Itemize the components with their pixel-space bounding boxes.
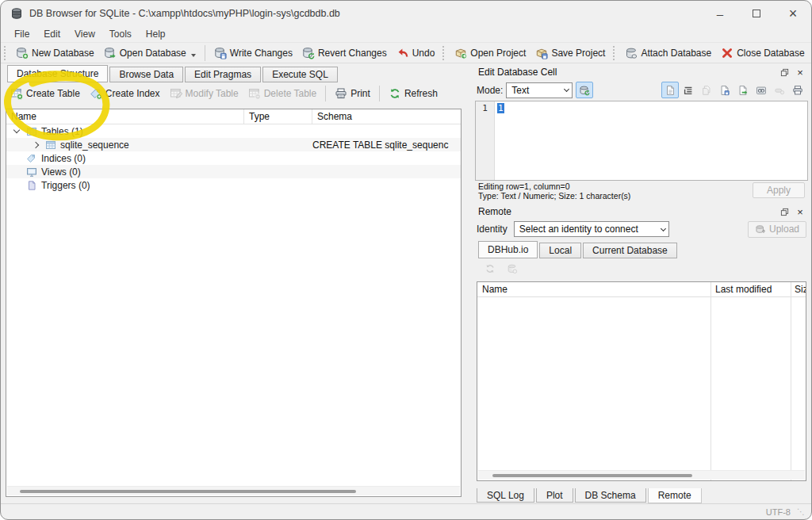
identity-label: Identity	[477, 224, 508, 235]
revert-changes-button[interactable]: Revert Changes	[297, 45, 392, 61]
identity-select[interactable]: Select an identity to connect	[514, 221, 669, 237]
float-panel-icon[interactable]	[779, 67, 790, 78]
tree-row-indices[interactable]: Indices (0)	[6, 151, 461, 165]
tree-row-views[interactable]: Views (0)	[6, 165, 461, 178]
word-wrap-icon	[683, 85, 694, 96]
menu-help[interactable]: Help	[139, 27, 173, 41]
tab-plot[interactable]: Plot	[536, 488, 573, 503]
status-bar: UTF-8 ⋱	[1, 503, 811, 519]
tab-current-database[interactable]: Current Database	[583, 243, 677, 258]
mode-select[interactable]: Text	[506, 82, 573, 98]
toolbar-grip[interactable]	[613, 46, 616, 60]
remote-table-horizontal-scrollbar[interactable]	[478, 470, 805, 480]
toolbar-grip[interactable]	[442, 46, 446, 60]
menu-edit[interactable]: Edit	[36, 27, 67, 41]
modify-table-button[interactable]: Modify Table	[165, 86, 243, 101]
close-button[interactable]: ×	[775, 1, 811, 26]
import-file-button[interactable]	[716, 82, 733, 98]
open-database-dropdown-caret	[191, 54, 196, 57]
tab-browse-data[interactable]: Browse Data	[109, 67, 183, 82]
remote-column-size[interactable]: Size	[790, 282, 806, 296]
remote-toolbar	[475, 258, 808, 279]
undo-button[interactable]: Undo	[392, 45, 440, 61]
menu-view[interactable]: View	[67, 27, 102, 41]
remote-dock-title[interactable]: Remote ×	[475, 205, 808, 219]
tree-label: Indices (0)	[41, 153, 86, 164]
auto-switch-mode-button[interactable]	[576, 82, 593, 98]
close-panel-icon[interactable]: ×	[795, 206, 806, 217]
remote-tab-bar: DBHub.io Local Current Database	[475, 243, 808, 258]
remote-column-modified[interactable]: Last modified	[710, 282, 790, 296]
open-external-button[interactable]	[698, 82, 715, 98]
edit-cell-dock-title[interactable]: Edit Database Cell ×	[475, 65, 808, 79]
tab-remote[interactable]: Remote	[648, 488, 702, 503]
apply-button[interactable]: Apply	[753, 182, 805, 198]
tree-column-name[interactable]: Name	[6, 109, 244, 124]
tab-dbhub[interactable]: DBHub.io	[478, 241, 538, 258]
remote-refresh-button[interactable]	[481, 261, 499, 277]
bottom-dock-tab-bar: SQL Log Plot DB Schema Remote	[477, 488, 703, 504]
open-project-button[interactable]: Open Project	[450, 45, 530, 61]
refresh-button[interactable]: Refresh	[384, 86, 442, 101]
tab-sql-log[interactable]: SQL Log	[477, 488, 534, 503]
print-cell-button[interactable]	[789, 82, 806, 98]
menu-file[interactable]: File	[7, 27, 36, 41]
tab-db-schema[interactable]: DB Schema	[575, 488, 646, 503]
export-file-button[interactable]	[734, 82, 752, 98]
delete-table-icon	[248, 87, 261, 100]
window-controls: – ×	[702, 1, 811, 26]
scrollbar-thumb[interactable]	[492, 474, 692, 477]
close-panel-icon[interactable]: ×	[795, 67, 806, 78]
tree-row-triggers[interactable]: Triggers (0)	[6, 178, 461, 192]
tree-horizontal-scrollbar[interactable]	[7, 486, 460, 495]
upload-button[interactable]: Upload	[748, 221, 806, 238]
document-icon	[665, 85, 676, 96]
tree-column-type[interactable]: Type	[244, 109, 312, 124]
create-table-button[interactable]: Create Table	[6, 86, 85, 101]
float-panel-icon[interactable]	[779, 206, 790, 217]
tree-row-tables[interactable]: Tables (1)	[6, 124, 461, 138]
tree-column-schema[interactable]: Schema	[312, 109, 461, 124]
menu-tools[interactable]: Tools	[102, 27, 139, 41]
toolbar-separator	[205, 45, 205, 61]
write-changes-button[interactable]: Write Changes	[209, 45, 297, 61]
tree-label: Tables (1)	[41, 126, 83, 137]
tree-label: Triggers (0)	[41, 180, 90, 191]
word-wrap-button[interactable]	[680, 82, 697, 98]
create-index-button[interactable]: Create Index	[85, 86, 165, 101]
close-database-button[interactable]: Close Database	[716, 45, 809, 61]
cell-editor[interactable]: 1 1	[475, 101, 808, 181]
clone-database-button[interactable]	[504, 261, 521, 277]
title-bar[interactable]: DB Browser for SQLite - C:\xampp\htdocs\…	[1, 1, 811, 26]
open-database-button[interactable]: Open Database	[99, 45, 201, 61]
tree-label: Views (0)	[41, 166, 81, 178]
resize-grip-icon[interactable]: ⋱	[797, 507, 805, 516]
collapse-chevron-icon[interactable]	[30, 143, 41, 147]
toolbar-grip[interactable]	[4, 46, 7, 60]
expand-chevron-icon[interactable]	[11, 130, 22, 132]
scrollbar-thumb[interactable]	[20, 490, 356, 493]
save-project-button[interactable]: Save Project	[530, 45, 610, 61]
tab-local[interactable]: Local	[539, 243, 581, 258]
link-button[interactable]	[753, 82, 770, 98]
attach-database-button[interactable]: Attach Database	[620, 45, 716, 61]
external-pages-icon	[701, 85, 712, 96]
minimize-button[interactable]: –	[702, 1, 738, 26]
import-file-icon	[719, 85, 730, 96]
remote-table-header: Name Last modified Size	[477, 282, 806, 297]
delete-table-button[interactable]: Delete Table	[243, 86, 322, 101]
print-button[interactable]: Print	[330, 86, 375, 101]
save-project-icon	[535, 47, 548, 59]
set-null-button[interactable]	[771, 82, 788, 98]
attach-database-icon	[625, 47, 638, 59]
maximize-button[interactable]	[738, 1, 775, 26]
editor-content[interactable]: 1	[497, 103, 504, 113]
encoding-indicator[interactable]: UTF-8	[766, 507, 791, 517]
tab-execute-sql[interactable]: Execute SQL	[262, 67, 338, 82]
text-mode-button[interactable]	[661, 82, 679, 98]
tab-database-structure[interactable]: Database Structure	[7, 65, 108, 82]
new-database-button[interactable]: New Database	[11, 45, 99, 61]
tree-row-sqlite-sequence[interactable]: sqlite_sequence CREATE TABLE sqlite_sequ…	[6, 138, 461, 151]
remote-column-name[interactable]: Name	[477, 282, 710, 296]
tab-edit-pragmas[interactable]: Edit Pragmas	[185, 67, 261, 82]
